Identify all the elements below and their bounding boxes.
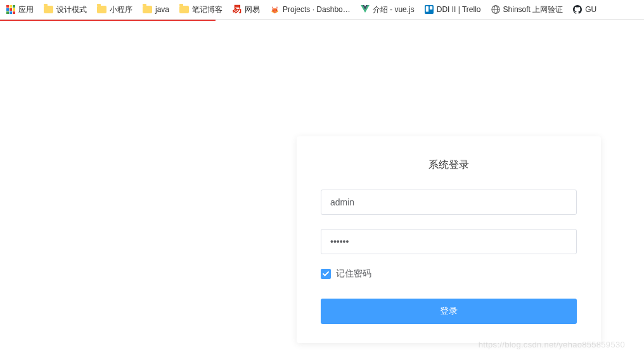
svg-rect-1 bbox=[426, 6, 428, 12]
bookmarks-bar: 应用 设计模式 小程序 java 笔记博客 易 网易 Projects · Da… bbox=[0, 0, 644, 20]
bookmark-label: Shinsoft 上网验证 bbox=[503, 4, 564, 15]
bookmark-label: 小程序 bbox=[110, 4, 132, 15]
vue-icon bbox=[361, 5, 370, 15]
apps-button[interactable]: 应用 bbox=[6, 4, 34, 15]
trello-icon bbox=[425, 5, 434, 14]
remember-label: 记住密码 bbox=[336, 268, 371, 280]
remember-row: 记住密码 bbox=[321, 268, 577, 280]
bookmark-folder-java[interactable]: java bbox=[143, 5, 169, 14]
page-load-progress bbox=[0, 20, 216, 21]
bookmark-gitlab[interactable]: Projects · Dashbo… bbox=[270, 5, 351, 14]
bookmark-shinsoft[interactable]: Shinsoft 上网验证 bbox=[491, 4, 564, 15]
login-button[interactable]: 登录 bbox=[321, 299, 577, 324]
bookmark-label: DDI II | Trello bbox=[437, 5, 481, 14]
bookmark-folder-notes[interactable]: 笔记博客 bbox=[179, 4, 222, 15]
bookmark-vue[interactable]: 介绍 - vue.js bbox=[361, 4, 415, 15]
login-card: 系统登录 记住密码 登录 bbox=[297, 136, 601, 343]
bookmark-trello[interactable]: DDI II | Trello bbox=[425, 5, 481, 14]
bookmark-label: 设计模式 bbox=[56, 4, 87, 15]
bookmark-netease[interactable]: 易 网易 bbox=[233, 4, 260, 15]
bookmark-label: 笔记博客 bbox=[192, 4, 222, 15]
folder-icon bbox=[179, 6, 189, 13]
bookmark-label: 介绍 - vue.js bbox=[373, 4, 415, 15]
gitlab-icon bbox=[270, 5, 280, 14]
globe-icon bbox=[491, 5, 500, 14]
bookmark-folder-miniapp[interactable]: 小程序 bbox=[97, 4, 132, 15]
bookmark-label: java bbox=[155, 5, 169, 14]
folder-icon bbox=[97, 6, 106, 13]
check-icon bbox=[323, 271, 329, 276]
bookmark-label: GU bbox=[585, 5, 596, 14]
folder-icon bbox=[143, 6, 152, 13]
bookmark-github[interactable]: GU bbox=[573, 5, 596, 14]
bookmark-label: 网易 bbox=[245, 4, 260, 15]
netease-icon: 易 bbox=[233, 4, 242, 15]
svg-rect-2 bbox=[430, 6, 432, 10]
github-icon bbox=[573, 5, 582, 14]
username-input[interactable] bbox=[321, 190, 577, 215]
watermark-text: https://blog.csdn.net/yehao855859530 bbox=[479, 340, 625, 349]
remember-checkbox[interactable] bbox=[321, 269, 331, 279]
password-input[interactable] bbox=[321, 229, 577, 254]
bookmark-label: Projects · Dashbo… bbox=[283, 5, 351, 14]
bookmark-folder-design[interactable]: 设计模式 bbox=[44, 4, 87, 15]
login-title: 系统登录 bbox=[321, 158, 577, 172]
apps-grid-icon bbox=[6, 5, 15, 14]
folder-icon bbox=[44, 6, 53, 13]
apps-label: 应用 bbox=[18, 4, 34, 15]
